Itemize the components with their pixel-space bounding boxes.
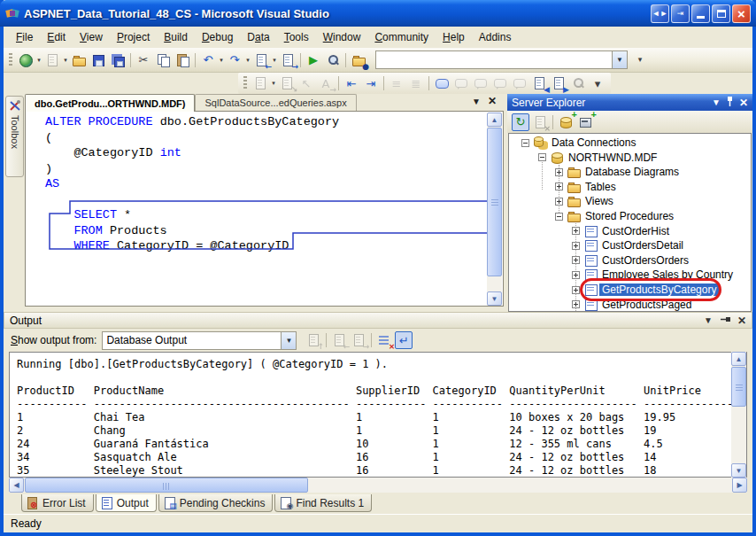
pin-icon[interactable] [720, 315, 730, 325]
undo-icon-dropdown[interactable]: ▾ [218, 57, 225, 64]
add-item-icon[interactable] [43, 51, 61, 69]
tree-expander[interactable] [572, 242, 580, 250]
navigate-forward-icon[interactable]: → [279, 51, 297, 69]
change-type-icon[interactable]: ↘ [278, 74, 296, 92]
pin-icon[interactable] [726, 97, 734, 109]
tree-item-getproductsbycategory[interactable]: GetProductsByCategory [572, 283, 719, 297]
scrollbar-thumb[interactable] [731, 367, 746, 407]
close-button[interactable]: × [732, 4, 751, 23]
maximize-button[interactable] [712, 4, 730, 23]
output-source-dropdown-icon[interactable]: ▼ [281, 332, 296, 349]
new-website-icon[interactable] [17, 51, 35, 69]
find-combo-dropdown-icon[interactable]: ▼ [612, 51, 627, 68]
open-file-icon[interactable] [70, 51, 88, 69]
font-style-icon[interactable]: A→ [317, 74, 335, 92]
connect-server-icon[interactable]: + [576, 113, 594, 131]
server-explorer-titlebar[interactable]: Server Explorer ▼ ✕ [507, 94, 752, 111]
scroll-up-icon[interactable]: ▲ [731, 352, 746, 366]
menu-item-help[interactable]: Help [436, 28, 472, 46]
tree-item-views[interactable]: Views [555, 194, 616, 208]
tree-item-data-connections[interactable]: Data Connections [521, 136, 638, 150]
undo-icon[interactable]: ↶ [199, 51, 217, 69]
previous-message-icon[interactable]: ← [330, 331, 348, 349]
toolbox-tab[interactable]: Toolbox [5, 96, 24, 177]
page-forward-icon[interactable]: ▶ [550, 74, 567, 92]
start-debugging-icon[interactable]: ▶ [305, 51, 322, 69]
output-titlebar[interactable]: Output ▼ ✕ [4, 312, 752, 329]
editor-vertical-scrollbar[interactable]: ▲ ▼ [487, 113, 502, 306]
add-item-icon-dropdown[interactable]: ▾ [62, 57, 69, 64]
menu-item-debug[interactable]: Debug [195, 28, 240, 46]
tree-expander[interactable] [555, 198, 563, 206]
tree-item-getproductspaged[interactable]: GetProductsPaged [572, 298, 694, 312]
comment-bubble-icon-3[interactable] [491, 74, 509, 92]
paste-icon[interactable] [174, 51, 191, 69]
refresh-icon[interactable]: ↻ [512, 113, 529, 131]
output-vertical-scrollbar[interactable]: ▲ ▼ [731, 352, 746, 478]
scroll-right-icon[interactable]: ▶ [732, 478, 747, 493]
save-all-icon[interactable] [109, 51, 127, 69]
tree-item-tables[interactable]: Tables [555, 180, 619, 194]
bullet-list-icon[interactable]: ≡ [388, 74, 405, 92]
toolbar-grip[interactable] [9, 53, 12, 67]
tree-expander[interactable] [572, 300, 580, 308]
numbered-list-icon[interactable]: ≣ [407, 74, 425, 92]
output-source-combo[interactable]: Database Output ▼ [102, 331, 297, 350]
tab-sqldatasource-page[interactable]: SqlDataSource...edQueries.aspx [195, 94, 356, 111]
find-combo[interactable]: ▼ [375, 50, 628, 69]
tree-item-stored-procedures[interactable]: Stored Procedures [555, 209, 676, 223]
menu-item-build[interactable]: Build [157, 28, 195, 46]
menu-item-file[interactable]: File [9, 28, 40, 46]
tree-expander[interactable] [572, 271, 580, 279]
output-body[interactable]: Running [dbo].[GetProductsByCategory] ( … [9, 352, 747, 478]
new-website-icon-dropdown[interactable]: ▾ [35, 57, 42, 64]
menu-item-project[interactable]: Project [110, 28, 157, 46]
tree-expander[interactable] [572, 286, 580, 294]
close-document-icon[interactable]: ✕ [488, 95, 497, 107]
word-wrap-icon[interactable]: ↵ [395, 331, 413, 349]
select-pointer-icon[interactable]: ↖ [297, 74, 315, 92]
toolbar-options-icon[interactable]: ▾ [589, 74, 606, 92]
pane-diagram-icon[interactable] [251, 74, 269, 92]
navigate-backward-icon[interactable]: ← [252, 51, 270, 69]
tree-expander[interactable] [572, 227, 580, 235]
scrollbar-thumb[interactable] [25, 478, 308, 493]
title-bar[interactable]: ASPNET_Data_Tutorial_48_CS - Microsoft V… [0, 0, 756, 27]
tree-expander[interactable] [572, 256, 580, 264]
goto-source-icon[interactable]: ↑ [305, 331, 322, 349]
menu-item-window[interactable]: Window [316, 28, 368, 46]
close-icon[interactable]: ✕ [737, 315, 746, 327]
tree-expander[interactable] [521, 139, 529, 147]
page-back-icon[interactable]: ◀ [530, 74, 548, 92]
tree-item-custordersorders[interactable]: CustOrdersOrders [572, 253, 691, 268]
increase-indent-icon[interactable]: ⇥ [362, 74, 380, 92]
redo-icon[interactable]: ↷ [226, 51, 243, 69]
scroll-left-icon[interactable]: ◀ [9, 478, 24, 493]
menu-item-edit[interactable]: Edit [40, 28, 73, 46]
window-position-icon[interactable]: ▼ [704, 315, 713, 325]
tree-expander[interactable] [555, 183, 563, 190]
document-list-dropdown-icon[interactable]: ▼ [472, 97, 481, 106]
window-undock-button[interactable]: ⇥ [671, 4, 690, 23]
cut-icon[interactable]: ✂ [135, 51, 152, 69]
bottom-tab-error-list[interactable]: Error List [21, 494, 94, 512]
comment-bubble-icon-1[interactable] [452, 74, 470, 92]
pane-diagram-icon-dropdown[interactable]: ▾ [270, 80, 277, 87]
navigate-backward-icon-dropdown[interactable]: ▾ [271, 57, 278, 64]
tree-item-custorderhist[interactable]: CustOrderHist [572, 224, 672, 238]
comment-bubble-icon-2[interactable] [472, 74, 490, 92]
bottom-tab-output[interactable]: Output [96, 494, 157, 512]
decrease-indent-icon[interactable]: ⇤ [343, 74, 360, 92]
scrollbar-thumb[interactable] [487, 128, 502, 276]
find-in-files-icon[interactable]: ● [350, 51, 367, 69]
menu-item-data[interactable]: Data [240, 28, 276, 46]
copy-icon[interactable] [154, 51, 172, 69]
bottom-tab-find-results-1[interactable]: Find Results 1 [274, 494, 372, 512]
toolbar-options-icon[interactable]: ▾ [631, 51, 649, 69]
menu-item-tools[interactable]: Tools [277, 28, 316, 46]
menu-item-community[interactable]: Community [367, 28, 436, 46]
save-icon[interactable] [89, 51, 107, 69]
toolbar-grip[interactable] [243, 76, 247, 90]
tree-expander[interactable] [538, 153, 546, 161]
menu-item-addins[interactable]: Addins [472, 28, 519, 46]
